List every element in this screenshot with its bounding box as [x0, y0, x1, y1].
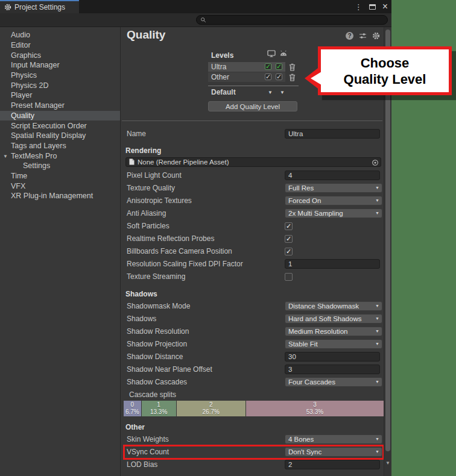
object-picker-icon[interactable]: [372, 159, 379, 166]
level-android-checkbox[interactable]: ✓: [276, 63, 282, 70]
settings-form: Name Rendering None (Render Pipeline Ass…: [121, 127, 384, 471]
level-desktop-checkbox[interactable]: ✓: [265, 74, 271, 80]
setting-label: Shadowmask Mode: [127, 302, 285, 310]
quality-level-row-ultra[interactable]: Ultra ✓ ✓: [208, 62, 299, 72]
cascade-segment-0[interactable]: 06.7%: [124, 401, 141, 416]
default-android-dropdown[interactable]: ▼: [280, 90, 285, 95]
settings-row-skin-weights: Skin Weights 4 Bones ▼: [121, 433, 384, 446]
cascade-segment-1[interactable]: 113.3%: [142, 401, 176, 416]
shadow-projection-dropdown[interactable]: Stable Fit ▼: [285, 339, 382, 349]
vsync-count-dropdown[interactable]: Don't Sync ▼: [285, 447, 382, 457]
pixel-light-count-field[interactable]: [285, 171, 380, 180]
settings-row-soft-particles: Soft Particles ✓: [121, 220, 384, 233]
sidebar-item-input-manager[interactable]: Input Manager: [0, 60, 120, 70]
texture-streaming-checkbox[interactable]: [285, 273, 293, 281]
chevron-down-icon: ▼: [375, 342, 379, 346]
default-desktop-dropdown[interactable]: ▼: [268, 90, 273, 95]
sidebar-item-player[interactable]: Player: [0, 90, 120, 101]
scroll-down-arrow-icon[interactable]: ▼: [384, 460, 391, 466]
setting-label: VSync Count: [127, 448, 285, 456]
setting-label: Pixel Light Count: [127, 171, 285, 180]
shadow-resolution-dropdown[interactable]: Medium Resolution ▼: [285, 327, 382, 336]
settings-row: None (Render Pipeline Asset): [121, 157, 384, 168]
cascade-segment-3[interactable]: 353.3%: [246, 401, 384, 416]
settings-row-shadows: Shadows Hard and Soft Shadows ▼: [121, 313, 384, 325]
setting-label: Shadow Cascades: [127, 378, 285, 386]
settings-row-realtime-reflection-probes: Realtime Reflection Probes ✓: [121, 233, 384, 245]
sidebar-item-vfx[interactable]: VFX: [0, 181, 120, 191]
shadow-cascades-dropdown[interactable]: Four Cascades ▼: [285, 377, 382, 387]
kebab-menu-icon[interactable]: ⋮: [355, 3, 363, 11]
soft-particles-checkbox[interactable]: ✓: [285, 222, 293, 230]
skin-weights-dropdown[interactable]: 4 Bones ▼: [285, 434, 382, 444]
dropdown-value: Hard and Soft Shadows: [288, 315, 361, 322]
chevron-down-icon: ▼: [375, 186, 379, 190]
texture-quality-dropdown[interactable]: Full Res ▼: [285, 183, 382, 193]
cascade-segment-2[interactable]: 226.7%: [177, 401, 245, 416]
sidebar-item-editor[interactable]: Editor: [0, 40, 120, 51]
help-icon[interactable]: ?: [346, 32, 353, 40]
sidebar-item-time[interactable]: Time: [0, 171, 120, 181]
maximize-icon[interactable]: [369, 4, 376, 10]
sidebar-item-xr-plug-in-management[interactable]: XR Plug-in Management: [0, 191, 120, 201]
sidebar-item-settings[interactable]: Settings: [0, 161, 120, 171]
search-input[interactable]: [209, 16, 378, 23]
search-box[interactable]: [196, 15, 388, 25]
sidebar-item-quality[interactable]: Quality: [0, 111, 120, 121]
trash-icon[interactable]: [289, 74, 296, 81]
presets-icon[interactable]: [359, 33, 367, 39]
sidebar-item-label: Physics 2D: [11, 81, 49, 90]
add-quality-level-button[interactable]: Add Quality Level: [208, 101, 297, 111]
settings-gear-icon[interactable]: [372, 32, 380, 40]
setting-label: Shadow Projection: [127, 340, 285, 348]
sidebar-item-physics-2d[interactable]: Physics 2D: [0, 80, 120, 90]
lod-bias-field[interactable]: [285, 460, 380, 469]
anti-aliasing-dropdown[interactable]: 2x Multi Sampling ▼: [285, 208, 382, 218]
close-icon[interactable]: ×: [382, 2, 388, 11]
sidebar-item-audio[interactable]: Audio: [0, 30, 120, 40]
callout-arrow-fill: [311, 72, 321, 85]
settings-row-shadow-distance: Shadow Distance: [121, 351, 384, 363]
realtime-reflection-probes-checkbox[interactable]: ✓: [285, 235, 293, 243]
settings-row-vsync-count: VSync Count Don't Sync ▼: [121, 446, 384, 459]
settings-row-shadow-cascades: Shadow Cascades Four Cascades ▼: [121, 376, 384, 389]
setting-label: Name: [127, 130, 285, 138]
android-icon[interactable]: [279, 50, 288, 57]
resolution-scaling-fixed-dpi-factor-field[interactable]: [285, 259, 380, 269]
sidebar-item-tags-and-layers[interactable]: Tags and Layers: [0, 141, 120, 151]
shadows-dropdown[interactable]: Hard and Soft Shadows ▼: [285, 314, 382, 324]
sidebar-item-physics[interactable]: Physics: [0, 70, 120, 81]
shadowmask-mode-dropdown[interactable]: Distance Shadowmask ▼: [285, 301, 382, 311]
level-desktop-checkbox[interactable]: ✓: [265, 63, 271, 70]
section-header-other: Other: [121, 422, 384, 432]
cascade-splits-bar[interactable]: 06.7%113.3%226.7%353.3%: [124, 401, 384, 416]
quality-level-row-other[interactable]: Other ✓ ✓: [208, 72, 299, 82]
dropdown-value: 4 Bones: [288, 436, 314, 443]
sidebar-item-graphics[interactable]: Graphics: [0, 50, 120, 60]
anisotropic-textures-dropdown[interactable]: Forced On ▼: [285, 196, 382, 205]
sidebar-item-spatial-reality-display[interactable]: Spatial Reality Display: [0, 131, 120, 141]
level-android-checkbox[interactable]: ✓: [276, 74, 282, 80]
foldout-icon[interactable]: ▼: [3, 153, 9, 158]
sidebar-item-preset-manager[interactable]: Preset Manager: [0, 101, 120, 111]
sidebar-item-script-execution-order[interactable]: Script Execution Order: [0, 121, 120, 131]
name-field[interactable]: [285, 129, 380, 139]
setting-label: Realtime Reflection Probes: [127, 234, 285, 243]
sidebar-item-label: Tags and Layers: [11, 142, 66, 150]
setting-label: LOD Bias: [127, 460, 285, 469]
setting-label: Anisotropic Textures: [127, 196, 285, 205]
trash-icon[interactable]: [289, 63, 296, 71]
sidebar-item-label: Spatial Reality Display: [11, 131, 86, 140]
billboards-face-camera-position-checkbox[interactable]: ✓: [285, 248, 293, 255]
tab-project-settings[interactable]: Project Settings: [0, 0, 79, 13]
chevron-down-icon: ▼: [375, 380, 379, 384]
dropdown-value: Don't Sync: [288, 448, 321, 456]
tab-title: Project Settings: [14, 3, 65, 11]
render-pipeline-object-field[interactable]: None (Render Pipeline Asset): [125, 157, 381, 167]
desktop-icon[interactable]: [267, 50, 276, 57]
sidebar-item-textmesh-pro[interactable]: ▼ TextMesh Pro: [0, 151, 120, 161]
dropdown-value: Medium Resolution: [288, 328, 347, 335]
shadow-near-plane-offset-field[interactable]: [285, 365, 380, 374]
shadow-distance-field[interactable]: [285, 352, 380, 362]
document-icon: [129, 158, 135, 165]
